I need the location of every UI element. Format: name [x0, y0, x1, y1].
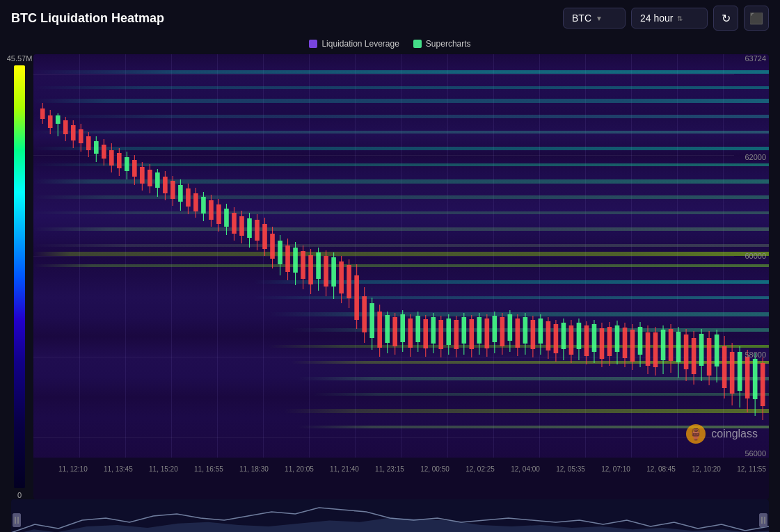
x-label-10: 12, 04:00: [511, 465, 540, 473]
band-mid-4: [33, 195, 769, 199]
mini-chart[interactable]: [11, 499, 769, 532]
band-mid-7: [33, 244, 769, 247]
mini-handle-right[interactable]: [759, 513, 767, 527]
watermark-icon: 🏺: [686, 424, 706, 444]
x-label-1: 11, 13:45: [104, 465, 133, 473]
timeframe-dropdown[interactable]: 24 hour ⇅: [631, 8, 708, 29]
band-mid-6: [33, 227, 769, 231]
band-low-9: [33, 409, 769, 413]
band-mid-3: [33, 179, 769, 184]
x-label-9: 12, 02:25: [465, 465, 495, 473]
supercharts-dot: [413, 40, 422, 48]
mini-chart-svg: [11, 499, 769, 532]
refresh-icon: ↻: [722, 12, 731, 25]
controls-bar: BTC ▼ 24 hour ⇅ ↻ ⬛: [563, 6, 769, 31]
legend: Liquidation Leverage Supercharts: [0, 36, 780, 54]
x-label-5: 11, 20:05: [285, 465, 314, 473]
scale-top-label: 45.57M: [7, 54, 33, 63]
x-label-3: 11, 16:55: [194, 465, 223, 473]
legend-item-liquidation: Liquidation Leverage: [309, 39, 399, 49]
x-label-2: 11, 15:20: [149, 465, 178, 473]
refresh-button[interactable]: ↻: [713, 6, 738, 31]
scale-bottom-label: 0: [17, 491, 22, 499]
header: BTC Liquidation Heatmap BTC ▼ 24 hour ⇅ …: [0, 0, 780, 36]
x-label-6: 11, 21:40: [330, 465, 359, 473]
band-mid-2: [33, 163, 769, 166]
x-axis: 11, 12:10 11, 13:45 11, 15:20 11, 16:55 …: [33, 458, 769, 480]
btc-arrow-icon: ▼: [596, 15, 603, 22]
x-label-11: 12, 05:35: [556, 465, 585, 473]
x-label-13: 12, 08:45: [646, 465, 676, 473]
band-low-7: [33, 377, 769, 380]
band-4: [33, 115, 769, 118]
chart-container: 45.57M 0: [0, 54, 780, 499]
band-2: [33, 86, 769, 89]
band-low-8: [33, 393, 769, 396]
band-low-1: [33, 280, 769, 284]
legend-item-supercharts: Supercharts: [413, 39, 471, 49]
chart-canvas: 63724 62000 60000 58000 56000 🏺 coinglas…: [33, 54, 769, 458]
band-low-2: [33, 296, 769, 299]
band-1: [33, 70, 769, 74]
watermark-text: coinglass: [711, 428, 758, 440]
color-scale: 45.57M 0: [11, 54, 28, 499]
band-low-10: [33, 426, 769, 428]
watermark: 🏺 coinglass: [686, 424, 758, 444]
btc-dropdown[interactable]: BTC ▼: [563, 8, 626, 29]
svg-rect-193: [759, 513, 767, 527]
band-low-4: [33, 328, 769, 332]
band-mid-5: [33, 211, 769, 214]
band-green-1: [33, 252, 769, 256]
x-label-8: 12, 00:50: [420, 465, 449, 473]
band-green-2: [33, 264, 769, 267]
band-low-5: [33, 345, 769, 348]
chart-area[interactable]: 63724 62000 60000 58000 56000 🏺 coinglas…: [33, 54, 769, 499]
hgrid-5: [33, 437, 734, 438]
supercharts-label: Supercharts: [426, 39, 471, 49]
x-label-0: 11, 12:10: [58, 465, 88, 473]
timeframe-label: 24 hour: [640, 13, 673, 24]
btc-label: BTC: [572, 13, 591, 24]
camera-icon: ⬛: [749, 12, 763, 25]
scale-bar: [14, 65, 25, 488]
page-title: BTC Liquidation Heatmap: [11, 11, 563, 26]
x-label-7: 11, 23:15: [375, 465, 404, 473]
screenshot-button[interactable]: ⬛: [744, 6, 769, 31]
liquidation-dot: [309, 40, 317, 48]
band-5: [33, 131, 769, 134]
liquidation-label: Liquidation Leverage: [321, 39, 399, 49]
x-label-15: 12, 11:55: [737, 465, 766, 473]
x-label-14: 12, 10:20: [692, 465, 721, 473]
mini-chart-area: [11, 499, 769, 532]
x-label-12: 12, 07:10: [601, 465, 630, 473]
band-3: [33, 99, 769, 103]
band-low-6: [33, 361, 769, 364]
hgrid-1: [33, 74, 734, 75]
x-label-4: 11, 18:30: [239, 465, 269, 473]
timeframe-arrow-icon: ⇅: [677, 15, 683, 22]
band-mid-1: [33, 147, 769, 150]
hgrid-2: [33, 155, 734, 156]
x-labels: 11, 12:10 11, 13:45 11, 15:20 11, 16:55 …: [56, 465, 769, 473]
hgrid-4: [33, 357, 734, 357]
band-low-3: [33, 312, 769, 316]
